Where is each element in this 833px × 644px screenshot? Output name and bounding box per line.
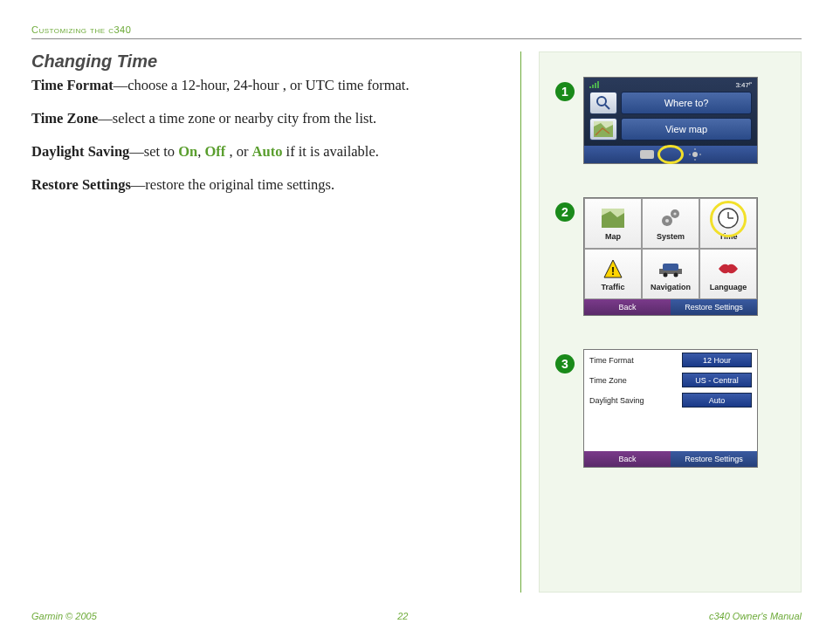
svg-line-1 [605,105,609,109]
restore-settings-button[interactable]: Restore Settings [671,299,757,315]
section-title: Changing Time [31,51,499,72]
para-restore-settings: Restore Settings—restore the original ti… [31,175,499,195]
para-time-zone: Time Zone—select a time zone or nearby c… [31,108,499,129]
step-badge-1: 1 [555,82,575,101]
lips-icon [716,257,740,280]
grid-cell-language[interactable]: Language [699,249,757,299]
signal-icon [589,81,599,88]
gears-icon [658,207,683,230]
map-icon [601,207,625,230]
screenshot-time-settings: Time Format 12 Hour Time Zone US - Centr… [583,349,758,468]
grid-cell-system[interactable]: System [642,198,699,249]
steps-column: 1 3:47ᴾ Where to? [539,51,802,593]
header-rule [31,38,802,39]
traffic-icon: ! [601,257,625,280]
where-to-button[interactable]: Where to? [621,92,752,114]
highlight-circle-icon [657,145,684,164]
main-text-column: Changing Time Time Format—choose a 12-ho… [31,51,520,593]
restore-settings-button[interactable]: Restore Settings [671,451,757,467]
step-1: 1 3:47ᴾ Where to? [555,77,785,164]
wrench-icon[interactable] [640,150,654,159]
svg-point-0 [597,97,606,106]
step-badge-3: 3 [555,354,575,373]
svg-point-12 [673,212,676,215]
footer-manual-title: c340 Owner's Manual [709,611,802,621]
setting-label: Time Format [589,356,634,365]
grid-cell-traffic[interactable]: ! Traffic [584,249,642,299]
step-2: 2 Map System Time ! [555,197,785,316]
setting-value-button[interactable]: Auto [682,393,752,408]
step-badge-2: 2 [555,202,575,222]
para-time-format: Time Format—choose a 12-hour, 24-hour , … [31,75,499,96]
setting-value-button[interactable]: US - Central [682,373,752,387]
setting-label: Daylight Saving [589,396,644,405]
svg-point-13 [719,209,738,228]
screenshot-main-menu: 3:47ᴾ Where to? View map [583,77,758,164]
svg-text:!: ! [611,265,615,277]
grid-cell-map[interactable]: Map [584,198,642,249]
svg-rect-19 [663,264,678,271]
setting-value-button[interactable]: 12 Hour [682,353,752,367]
back-button[interactable]: Back [584,299,671,315]
back-button[interactable]: Back [584,451,671,467]
page-footer: Garmin © 2005 22 c340 Owner's Manual [31,611,802,621]
chapter-header: Customizing the c340 [31,24,802,35]
footer-page-number: 22 [397,611,408,621]
car-icon [658,257,683,280]
step-3: 3 Time Format 12 Hour Time Zone US - Cen… [555,349,785,468]
column-divider [520,51,521,593]
svg-point-10 [665,219,669,223]
svg-point-3 [692,152,698,157]
svg-point-21 [674,272,678,277]
clock-icon [716,207,740,230]
screenshot-settings-grid: Map System Time ! Traffic [583,197,758,316]
setting-label: Time Zone [589,376,627,385]
para-daylight-saving: Daylight Saving—set to On, Off , or Auto… [31,141,499,162]
view-map-button[interactable]: View map [621,118,752,140]
grid-cell-navigation[interactable]: Navigation [642,249,699,299]
svg-point-20 [664,272,668,277]
clock-label: 3:47ᴾ [735,81,752,89]
brightness-icon[interactable] [689,148,701,161]
magnifier-icon [589,92,617,114]
grid-cell-time[interactable]: Time [699,198,757,249]
footer-copyright: Garmin © 2005 [31,611,97,621]
map-thumb-icon [589,118,617,140]
